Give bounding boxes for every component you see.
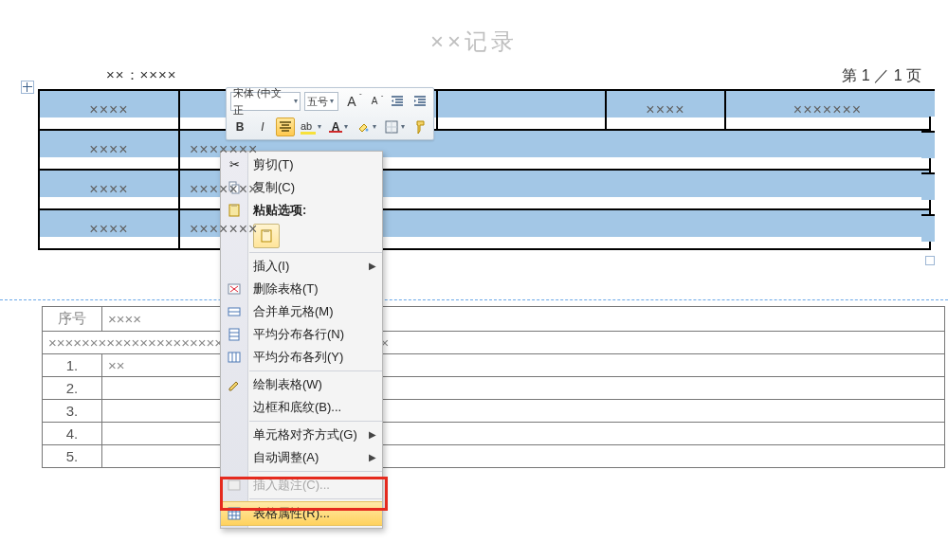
- cell-text: ××××: [40, 136, 178, 163]
- chevron-down-icon: ▾: [344, 122, 348, 131]
- table-row[interactable]: 3.: [43, 400, 945, 423]
- menu-cell-align[interactable]: 单元格对齐方式(G) ▶: [221, 424, 382, 446]
- increase-indent-button[interactable]: [410, 92, 429, 111]
- svg-rect-12: [228, 480, 240, 490]
- table-context-menu[interactable]: ✂ 剪切(T) 复制(C) 粘贴选项: 插入(I) ▶ 删除表格(T) 合并单元…: [220, 151, 383, 529]
- svg-rect-10: [229, 329, 239, 340]
- table-resize-handle-icon[interactable]: [925, 256, 935, 265]
- italic-icon: I: [261, 120, 264, 134]
- table-row[interactable]: ×××× ×××× ×××××××: [39, 90, 930, 130]
- menu-label: 单元格对齐方式(G): [253, 424, 357, 446]
- svg-rect-11: [228, 352, 240, 362]
- font-name-select[interactable]: 宋体 (中文正▾: [230, 92, 301, 111]
- menu-borders-shading[interactable]: 边框和底纹(B)...: [221, 396, 382, 419]
- page-break-divider: [0, 299, 948, 300]
- menu-label: 删除表格(T): [253, 278, 319, 300]
- col-header-number[interactable]: 序号: [43, 307, 102, 332]
- table-row[interactable]: 4.: [43, 423, 945, 445]
- row-number[interactable]: 4.: [43, 423, 102, 445]
- table-row[interactable]: ×××× ×××××××: [39, 130, 930, 170]
- menu-merge-cells[interactable]: 合并单元格(M): [221, 300, 382, 323]
- menu-draw-table[interactable]: 绘制表格(W): [221, 373, 382, 396]
- menu-label: 合并单元格(M): [253, 300, 334, 323]
- distribute-rows-icon: [225, 325, 244, 344]
- table-cell[interactable]: ××××: [39, 209, 179, 249]
- menu-separator: [249, 471, 382, 472]
- font-color-button[interactable]: A▾: [327, 117, 350, 136]
- cell-text: ×××××××: [180, 216, 929, 243]
- row-number[interactable]: 3.: [43, 400, 102, 423]
- delete-table-icon: [225, 280, 244, 298]
- cell-text: ×××××××: [180, 176, 929, 203]
- align-center-button[interactable]: [276, 117, 295, 136]
- cell-text: ××××: [607, 97, 724, 123]
- table-cell[interactable]: ×××××××: [725, 90, 930, 130]
- table-span-cell[interactable]: ××××××××××××××××××××××××××××××××××××××××…: [43, 332, 945, 354]
- table-row[interactable]: 序号 ××××: [43, 307, 945, 332]
- table-row[interactable]: ××××××××××××××××××××××××××××××××××××××××…: [43, 332, 945, 354]
- shading-color-button[interactable]: ▾: [354, 117, 378, 136]
- selected-table[interactable]: ×××× ×××× ××××××× ×××× ××××××× ×××× ××××…: [38, 89, 931, 250]
- table-row[interactable]: ×××× ×××××××: [39, 209, 930, 249]
- doc-pager: 第 1 ／ 1 页: [842, 66, 921, 86]
- menu-dist-rows[interactable]: 平均分布各行(N): [221, 323, 382, 346]
- menu-delete-table[interactable]: 删除表格(T): [221, 278, 382, 300]
- cell-text: ×××××××: [180, 136, 929, 163]
- cell-text: ××××: [40, 176, 178, 203]
- font-size-select[interactable]: 五号▾: [304, 92, 338, 111]
- submenu-arrow-icon: ▶: [369, 255, 376, 278]
- shrink-font-button[interactable]: Aˇ: [365, 92, 384, 111]
- table-cell[interactable]: [437, 90, 606, 130]
- svg-rect-13: [228, 508, 240, 519]
- table-cell[interactable]: ××××: [39, 90, 179, 130]
- table-row[interactable]: 1. ××: [43, 354, 945, 377]
- merge-cells-icon: [225, 302, 244, 321]
- table-move-handle-icon[interactable]: [21, 81, 34, 94]
- table-properties-icon: [225, 504, 244, 523]
- submenu-arrow-icon: ▶: [369, 446, 376, 469]
- row-number[interactable]: 5.: [43, 445, 102, 468]
- format-painter-button[interactable]: [410, 117, 429, 136]
- list-table[interactable]: 序号 ×××× ××××××××××××××××××××××××××××××××…: [42, 306, 945, 468]
- distribute-cols-icon: [225, 348, 244, 367]
- table-row[interactable]: 5.: [43, 445, 945, 468]
- chevron-down-icon: ▾: [373, 122, 376, 131]
- menu-separator: [249, 421, 382, 422]
- menu-separator: [249, 252, 382, 253]
- menu-label: 表格属性(R)...: [253, 502, 330, 525]
- table-row[interactable]: 2.: [43, 377, 945, 400]
- font-color-icon: A: [332, 120, 340, 134]
- menu-insert-caption: 插入题注(C)...: [221, 474, 382, 497]
- chevron-down-icon: ▾: [318, 122, 321, 131]
- grow-font-button[interactable]: Aˆ: [342, 92, 361, 111]
- row-number[interactable]: 1.: [43, 354, 102, 377]
- menu-autofit[interactable]: 自动调整(A) ▶: [221, 446, 382, 469]
- menu-label: 插入(I): [253, 255, 289, 278]
- table-cell[interactable]: ××××: [606, 90, 725, 130]
- font-size-value: 五号: [307, 93, 328, 110]
- borders-button[interactable]: ▾: [382, 117, 407, 136]
- italic-button[interactable]: I: [253, 117, 272, 136]
- submenu-arrow-icon: ▶: [369, 424, 376, 446]
- table-cell[interactable]: ××××: [39, 170, 179, 209]
- bold-button[interactable]: B: [230, 117, 249, 136]
- highlight-color-button[interactable]: ab▾: [299, 117, 323, 136]
- menu-separator: [249, 370, 382, 371]
- menu-label: 插入题注(C)...: [253, 474, 330, 497]
- menu-insert[interactable]: 插入(I) ▶: [221, 255, 382, 278]
- row-number[interactable]: 2.: [43, 377, 102, 400]
- doc-header-left: ××：××××: [106, 66, 177, 84]
- menu-table-properties[interactable]: 表格属性(R)...: [221, 501, 382, 526]
- chevron-down-icon: ▾: [401, 122, 405, 131]
- table-row[interactable]: ×××× ×××××××: [39, 170, 930, 209]
- menu-dist-cols[interactable]: 平均分布各列(Y): [221, 346, 382, 369]
- table-cell[interactable]: ××××: [39, 130, 179, 170]
- cell-text: ××××: [40, 216, 178, 243]
- menu-label: 边框和底纹(B)...: [253, 396, 341, 419]
- mini-format-toolbar[interactable]: 宋体 (中文正▾ 五号▾ Aˆ Aˇ B I ab▾ A▾ ▾ ▾: [226, 87, 434, 140]
- menu-label: 平均分布各列(Y): [253, 346, 343, 369]
- decrease-indent-button[interactable]: [388, 92, 407, 111]
- menu-label: 自动调整(A): [253, 446, 319, 469]
- cell-text: ×××××××: [726, 97, 929, 123]
- svg-point-0: [366, 128, 369, 131]
